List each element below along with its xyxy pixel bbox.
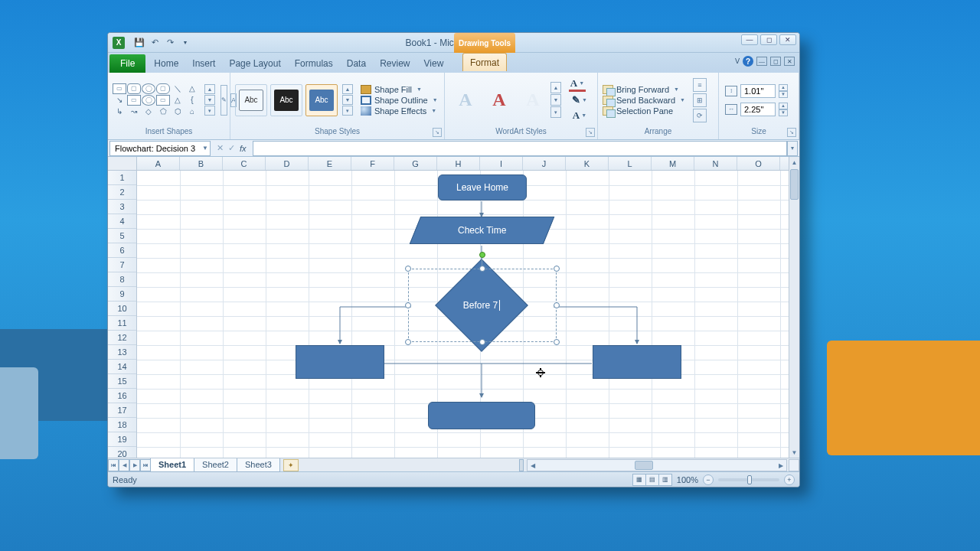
cancel-formula-button[interactable]: ✕: [217, 143, 224, 153]
cells-area[interactable]: Leave Home Check Time Before 7: [137, 171, 789, 458]
tab-formulas[interactable]: Formulas: [288, 54, 340, 73]
expand-formula-bar-button[interactable]: ▾: [787, 141, 798, 156]
group-label: Insert Shapes: [108, 127, 230, 139]
text-fill-button[interactable]: A▼: [569, 78, 586, 92]
workbook-close-button[interactable]: ✕: [784, 57, 795, 66]
zoom-slider[interactable]: [718, 478, 779, 481]
zoom-in-button[interactable]: +: [784, 474, 795, 485]
worksheet-grid[interactable]: ABCDEFGHIJKLMNO 123456789101112131415161…: [108, 157, 799, 458]
formula-bar: Flowchart: Decision 3▼ ✕ ✓ fx ▾: [108, 140, 799, 157]
text-outline-button[interactable]: ✎▼: [569, 93, 590, 107]
flowchart-terminator-leave-home[interactable]: Leave Home: [438, 174, 527, 201]
shapes-gallery[interactable]: ▭▢◯▢＼△ ↘▭◯▭△{ ↳↝◇⬠⬡⌂: [113, 83, 199, 117]
shape-outline-button[interactable]: Shape Outline▼: [361, 96, 438, 105]
resize-corner[interactable]: [789, 459, 799, 471]
shape-selection[interactable]: [408, 269, 557, 342]
enter-formula-button[interactable]: ✓: [228, 143, 235, 153]
qat-save-button[interactable]: 💾: [133, 37, 145, 49]
group-wordart-styles: A A A ▲▼▾ A▼ ✎▼ A▼ WordArt Styles↘: [445, 73, 598, 139]
row-headers[interactable]: 1234567891011121314151617181920: [108, 171, 137, 458]
flowchart-process-right[interactable]: [593, 345, 681, 379]
name-box[interactable]: Flowchart: Decision 3▼: [109, 141, 211, 156]
sheet-nav-first[interactable]: ⏮: [108, 459, 119, 471]
zoom-out-button[interactable]: −: [703, 474, 714, 485]
qat-redo-button[interactable]: ↷: [164, 37, 176, 49]
excel-window: X 💾 ↶ ↷ ▼ Book1 - Microsoft Excel Drawin…: [107, 32, 800, 487]
tab-format[interactable]: Format: [462, 53, 507, 71]
send-backward-button[interactable]: Send Backward▼: [603, 96, 685, 105]
group-arrange: Bring Forward▼ Send Backward▼ Selection …: [598, 73, 719, 139]
flowchart-terminator-bottom[interactable]: [428, 402, 535, 429]
status-bar: Ready ▦ ▤ ▥ 100% − +: [108, 471, 799, 487]
shape-style-gallery[interactable]: Abc Abc Abc ▲▼▾: [235, 84, 353, 116]
column-headers[interactable]: ABCDEFGHIJKLMNO: [137, 157, 789, 171]
tab-scroll-splitter[interactable]: [519, 459, 524, 471]
group-button[interactable]: ⊞: [693, 93, 707, 107]
dialog-launcher[interactable]: ↘: [787, 128, 796, 137]
group-label: Shape Styles: [315, 127, 360, 135]
horizontal-scrollbar[interactable]: ◀▶: [527, 459, 787, 471]
formula-input[interactable]: [253, 141, 787, 156]
edit-shape-button[interactable]: ✎: [220, 85, 227, 116]
title-bar: X 💾 ↶ ↷ ▼ Book1 - Microsoft Excel Drawin…: [108, 33, 799, 53]
flowchart-data-check-time[interactable]: Check Time: [410, 217, 555, 244]
bring-forward-button[interactable]: Bring Forward▼: [603, 85, 685, 94]
help-button[interactable]: ?: [743, 56, 753, 67]
height-icon: ↕: [725, 86, 737, 96]
view-page-break-button[interactable]: ▥: [658, 474, 672, 486]
workbook-minimize-button[interactable]: —: [756, 57, 767, 66]
vertical-scroll-thumb[interactable]: [790, 169, 799, 200]
tab-data[interactable]: Data: [340, 54, 373, 73]
sheet-tab-sheet1[interactable]: Sheet1: [150, 458, 194, 472]
shape-height-input[interactable]: ↕ 1.01" ▲▼: [725, 84, 788, 98]
wordart-gallery[interactable]: A A A ▲▼▾: [449, 81, 561, 119]
ribbon-tab-strip: File Home Insert Page Layout Formulas Da…: [108, 53, 799, 73]
new-sheet-button[interactable]: ✦: [283, 459, 299, 471]
selection-pane-button[interactable]: Selection Pane: [603, 106, 685, 116]
align-button[interactable]: ≡: [693, 78, 707, 92]
select-all-corner[interactable]: [108, 157, 137, 171]
tab-view[interactable]: View: [417, 54, 451, 73]
file-tab[interactable]: File: [109, 54, 145, 73]
window-minimize-button[interactable]: —: [741, 34, 758, 45]
shape-width-input[interactable]: ↔ 2.25" ▲▼: [725, 103, 788, 116]
group-insert-shapes: ▭▢◯▢＼△ ↘▭◯▭△{ ↳↝◇⬠⬡⌂ ▲▼▾ ✎ A Insert Shap…: [108, 73, 230, 139]
desktop-background: X 💾 ↶ ↷ ▼ Book1 - Microsoft Excel Drawin…: [0, 0, 980, 551]
rotate-button[interactable]: ⟳: [693, 109, 707, 122]
flowchart-process-left[interactable]: [296, 345, 384, 379]
fx-button[interactable]: fx: [240, 144, 247, 153]
group-shape-styles: Abc Abc Abc ▲▼▾ Shape Fill▼ Shape Outlin…: [230, 73, 445, 139]
text-effects-button[interactable]: A▼: [569, 109, 590, 122]
sheet-tab-sheet2[interactable]: Sheet2: [194, 458, 237, 472]
sheet-tab-sheet3[interactable]: Sheet3: [237, 458, 280, 472]
tab-insert[interactable]: Insert: [185, 54, 222, 73]
dialog-launcher[interactable]: ↘: [433, 128, 442, 137]
view-normal-button[interactable]: ▦: [632, 474, 646, 486]
workbook-restore-button[interactable]: ◻: [770, 57, 781, 66]
shape-effects-button[interactable]: Shape Effects▼: [361, 106, 438, 116]
window-restore-button[interactable]: ◻: [760, 34, 777, 45]
view-page-layout-button[interactable]: ▤: [645, 474, 659, 486]
window-close-button[interactable]: ✕: [779, 34, 796, 45]
qat-undo-button[interactable]: ↶: [149, 37, 161, 49]
tab-home[interactable]: Home: [147, 54, 185, 73]
group-label: Size: [751, 127, 766, 135]
ribbon-minimize-button[interactable]: ᐯ: [735, 57, 740, 65]
rotate-handle[interactable]: [479, 252, 485, 258]
group-label: WordArt Styles: [495, 127, 547, 135]
qat-customize-button[interactable]: ▼: [179, 37, 191, 49]
zoom-percent[interactable]: 100%: [677, 475, 698, 484]
excel-icon[interactable]: X: [113, 37, 125, 49]
desktop-decor: [827, 341, 980, 455]
shapes-gallery-scroll[interactable]: ▲▼▾: [204, 84, 215, 116]
dialog-launcher[interactable]: ↘: [586, 128, 595, 137]
ribbon: ▭▢◯▢＼△ ↘▭◯▭△{ ↳↝◇⬠⬡⌂ ▲▼▾ ✎ A Insert Shap…: [108, 73, 799, 140]
tab-review[interactable]: Review: [373, 54, 416, 73]
sheet-nav-prev[interactable]: ◀: [119, 459, 129, 471]
sheet-nav-last[interactable]: ⏭: [140, 459, 151, 471]
shape-fill-button[interactable]: Shape Fill▼: [361, 85, 438, 94]
tab-page-layout[interactable]: Page Layout: [222, 54, 287, 73]
group-label: Arrange: [598, 127, 718, 139]
sheet-nav-next[interactable]: ▶: [129, 459, 140, 471]
vertical-scrollbar[interactable]: ▲ ▼: [789, 157, 799, 458]
